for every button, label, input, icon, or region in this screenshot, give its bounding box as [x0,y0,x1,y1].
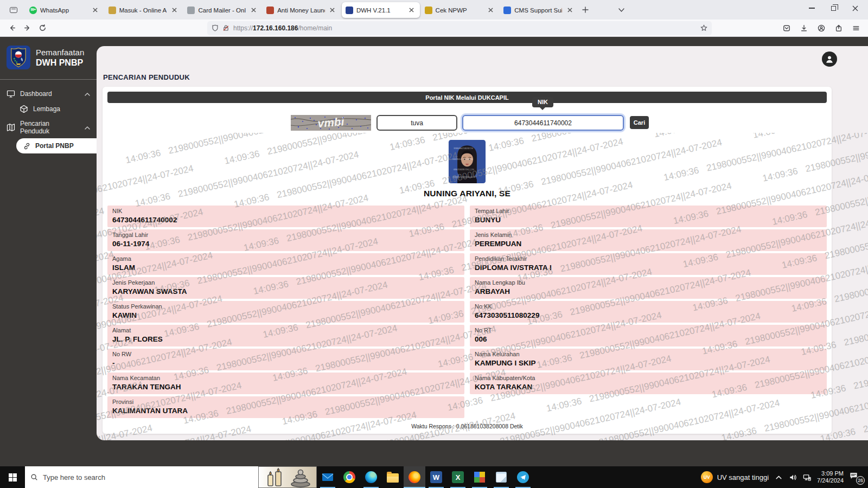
field-value: ARBAYAH [475,287,822,296]
map-icon [7,123,15,132]
search-button[interactable]: Cari [630,116,649,129]
tab-close-icon[interactable] [565,6,574,15]
tab-title: Card Mailer - Online Application Fo [198,7,246,14]
field-row: Provinsi KALIMANTAN UTARA [107,396,464,418]
taskbar-telegram[interactable] [512,466,534,488]
taskbar-notepad[interactable] [490,466,512,488]
browser-tab[interactable]: Masuk - Online Application For [105,2,183,18]
network-icon[interactable] [803,473,811,481]
field-row: Status Perkawinan KAWIN [107,301,464,323]
restore-button[interactable] [822,0,844,16]
bookmark-star-icon[interactable] [700,24,707,31]
tab-favicon: 99+ [29,7,37,14]
forward-button[interactable] [20,21,35,35]
svg-text:40621020724||24: 40621020724||24 [453,168,474,171]
field-row: Nama Lengkap Ibu ARBAYAH [470,277,827,299]
url-bar[interactable]: https://172.16.160.186/home/main [207,21,712,35]
close-button[interactable] [844,0,866,16]
tab-close-icon[interactable] [486,6,495,15]
notification-center[interactable]: 26 [850,471,864,484]
field-value: KAWIN [112,311,459,320]
taskbar-media-app[interactable] [469,466,490,488]
media-app-icon [474,472,485,483]
tab-title: CMS Support Suite - Login [514,7,562,14]
taskbar-excel[interactable]: X [447,466,469,488]
browser-tab[interactable]: 99+ WhatsApp [25,2,104,18]
toolbar-right-icons [779,21,864,35]
browser-tab[interactable]: Card Mailer - Online Application Fo [183,2,261,18]
content-panel: PENCARIAN PENDUDUK Portal NIK Melalui DU… [97,46,868,440]
field-row: Jenis Pekerjaan KARYAWAN SWASTA [107,277,464,299]
clock-time: 3:09 PM [817,470,844,477]
url-text: https://172.16.160.186/home/main [233,24,697,32]
captcha-input[interactable] [376,115,457,131]
downloads-icon[interactable] [796,21,812,35]
sidebar-item-dashboard[interactable]: Dashboard [0,86,97,101]
tray-chevron-up-icon[interactable] [775,473,783,481]
taskbar-chrome[interactable] [339,466,360,488]
tab-favicon [346,7,353,14]
window-controls [801,0,866,16]
pocket-icon[interactable] [779,21,794,35]
account-icon[interactable] [814,21,829,35]
browser-tab[interactable]: DWH V.21.1 [342,2,420,18]
field-value: 006 [475,335,822,344]
app-brand: Pemanfaatan DWH PNBP [0,37,97,76]
start-button[interactable] [0,466,25,488]
sidebar-item-pencarian-penduduk[interactable]: Pencarian Penduduk [0,120,97,135]
browser-tab[interactable]: Cek NPWP [421,2,499,18]
field-label: Tanggal Lahir [112,231,459,239]
taskbar-clock[interactable]: 3:09 PM 7/24/2024 [817,470,844,484]
list-all-tabs-button[interactable] [614,3,628,17]
sidebar-divider [0,79,97,80]
back-button[interactable] [4,21,20,35]
sidebar-item-lembaga[interactable]: Lembaga [0,101,97,117]
browser-tab[interactable]: Anti Money Laundering [263,2,341,18]
uv-widget[interactable]: UV UV sangat tinggi [701,471,769,483]
file-explorer-icon [387,473,399,483]
field-value: BUNYU [475,215,822,224]
uv-label: UV sangat tinggi [717,473,769,481]
field-label: No RW [112,350,459,358]
tab-close-icon[interactable] [407,6,416,15]
speaker-icon[interactable] [789,473,797,481]
tab-favicon [108,7,116,14]
tab-overview-button[interactable] [5,2,22,17]
minimize-button[interactable] [801,0,822,16]
app-title: Pemanfaatan DWH PNBP [36,48,84,68]
taskbar-firefox[interactable] [404,466,425,488]
field-row: Agama ISLAM [107,253,464,275]
tab-close-icon[interactable] [170,6,178,15]
nik-input[interactable] [462,115,624,131]
field-row: Alamat JL. P. FLORES [107,325,464,346]
user-avatar[interactable] [822,52,837,67]
field-row: Nama Kabupaten/Kota KOTA TARAKAN [470,373,827,394]
tab-close-icon[interactable] [328,6,337,15]
share-icon[interactable] [831,21,846,35]
taskbar-mail[interactable] [317,466,339,488]
new-tab-button[interactable] [578,3,592,17]
taskbar-file-explorer[interactable] [382,466,404,488]
browser-tab[interactable]: CMS Support Suite - Login [500,2,578,18]
field-value: JL. P. FLORES [112,335,459,344]
tab-close-icon[interactable] [249,6,258,15]
taskbar-search[interactable]: Type here to search [25,466,317,488]
reload-button[interactable] [35,21,50,35]
sidebar-item-portal-pnbp[interactable]: Portal PNBP [16,138,97,153]
taskbar-edge[interactable] [360,466,382,488]
taskbar-word[interactable]: W [425,466,447,488]
field-row: Pendidikan Terakhir DIPLOMA IV/STRATA I [470,253,827,275]
field-value: - [112,358,459,368]
tab-close-icon[interactable] [91,6,100,15]
field-label: No KK [475,303,822,311]
menu-icon[interactable] [848,21,864,35]
tab-title: DWH V.21.1 [356,7,404,14]
field-row: NIK 6473044611740002 [107,206,464,227]
navigation-bar: https://172.16.160.186/home/main [0,20,868,37]
taskbar: Type here to search [0,466,868,488]
app-title-line2: DWH PNBP [36,58,84,68]
field-label: No RT [475,326,822,335]
field-value: KALIMANTAN UTARA [112,406,459,415]
tab-title: WhatsApp [40,7,88,14]
captcha-image: vmbi [291,115,371,131]
